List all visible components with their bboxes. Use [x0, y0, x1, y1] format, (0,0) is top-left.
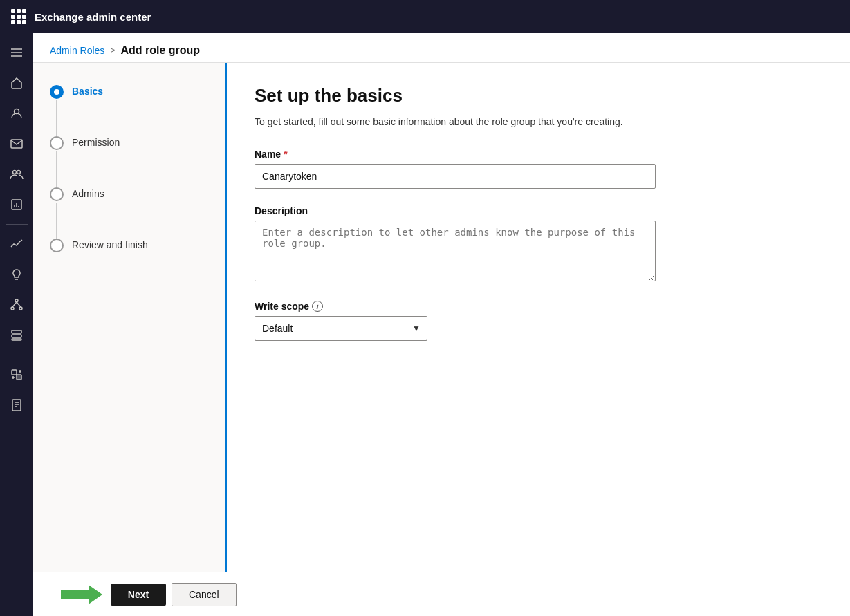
description-textarea[interactable]: [255, 221, 656, 281]
sidebar-item-stack[interactable]: [3, 321, 30, 349]
svg-point-14: [19, 307, 22, 310]
svg-line-16: [17, 302, 21, 307]
sidebar-item-topology[interactable]: [3, 291, 30, 319]
step-admins: Admins: [50, 187, 208, 239]
apps-grid-icon[interactable]: [11, 9, 26, 24]
svg-point-12: [15, 299, 18, 302]
step-review-circle: [50, 239, 64, 252]
sidebar-item-report[interactable]: [3, 191, 30, 218]
breadcrumb-current: Add role group: [120, 44, 200, 57]
step-permission-label: Permission: [72, 136, 120, 148]
step-basics-indicator-col: [50, 85, 64, 136]
svg-marker-26: [61, 585, 102, 604]
sidebar-item-lightbulb[interactable]: [3, 261, 30, 288]
step-permission: Permission: [50, 136, 208, 187]
step-admins-indicator-col: [50, 187, 64, 239]
svg-rect-4: [11, 140, 22, 148]
description-label: Description: [255, 205, 822, 216]
svg-rect-21: [17, 375, 21, 380]
step-permission-indicator-col: [50, 136, 64, 187]
name-field-group: Name *: [255, 149, 822, 189]
step-admins-line: [56, 203, 57, 239]
next-arrow-indicator: [61, 585, 102, 604]
step-permission-line: [56, 151, 57, 187]
write-scope-select-wrapper: Default Self CustomPolicy ▼: [255, 316, 427, 341]
footer: Next Cancel: [33, 572, 850, 616]
sidebar-item-group[interactable]: [3, 160, 30, 188]
name-input[interactable]: [255, 164, 656, 189]
arrow-icon: [61, 585, 102, 604]
step-permission-circle: [50, 136, 64, 150]
write-scope-info-icon[interactable]: i: [312, 301, 323, 312]
step-review: Review and finish: [50, 239, 208, 252]
step-basics-line: [56, 100, 57, 136]
steps-panel: Basics Permission Admins: [33, 63, 227, 572]
step-review-indicator-col: [50, 239, 64, 252]
topbar: Exchange admin center: [0, 0, 850, 33]
svg-rect-18: [12, 335, 21, 337]
sidebar-item-chart[interactable]: [3, 230, 30, 258]
sidebar-divider-2: [6, 355, 28, 355]
svg-point-5: [13, 171, 17, 174]
sidebar-item-exchange[interactable]: [3, 361, 30, 389]
sidebar-divider-1: [6, 224, 28, 225]
svg-point-6: [17, 171, 21, 174]
wizard: Basics Permission Admins: [33, 63, 850, 572]
svg-rect-17: [12, 330, 21, 333]
svg-rect-19: [12, 339, 21, 340]
next-button[interactable]: Next: [111, 584, 166, 606]
breadcrumb-parent-link[interactable]: Admin Roles: [50, 45, 104, 56]
breadcrumb-separator: >: [110, 46, 115, 55]
write-scope-label: Write scope i: [255, 301, 822, 312]
name-label: Name *: [255, 149, 822, 160]
step-basics-label: Basics: [72, 85, 103, 97]
write-scope-select[interactable]: Default Self CustomPolicy: [255, 316, 427, 341]
svg-line-15: [12, 302, 17, 307]
step-basics-circle: [50, 85, 64, 99]
name-required-star: *: [284, 149, 287, 160]
svg-rect-22: [12, 400, 21, 411]
step-admins-circle: [50, 187, 64, 201]
step-basics: Basics: [50, 85, 208, 136]
sidebar-item-user[interactable]: [3, 100, 30, 127]
step-admins-label: Admins: [72, 187, 104, 199]
topbar-title: Exchange admin center: [35, 11, 151, 23]
breadcrumb: Admin Roles > Add role group: [33, 33, 850, 63]
form-title: Set up the basics: [255, 85, 822, 106]
description-field-group: Description: [255, 205, 822, 284]
sidebar-item-hamburger[interactable]: [3, 39, 30, 66]
main-content: Admin Roles > Add role group Basics: [33, 33, 850, 616]
sidebar: [0, 33, 33, 616]
sidebar-item-mail[interactable]: [3, 130, 30, 158]
sidebar-item-office[interactable]: [3, 391, 30, 419]
step-review-label: Review and finish: [72, 239, 148, 250]
write-scope-field-group: Write scope i Default Self CustomPolicy …: [255, 301, 822, 341]
form-subtitle: To get started, fill out some basic info…: [255, 115, 822, 129]
svg-rect-20: [12, 370, 17, 375]
sidebar-item-home[interactable]: [3, 69, 30, 97]
cancel-button[interactable]: Cancel: [172, 583, 237, 606]
form-panel: Set up the basics To get started, fill o…: [227, 63, 850, 572]
svg-point-13: [11, 307, 14, 310]
